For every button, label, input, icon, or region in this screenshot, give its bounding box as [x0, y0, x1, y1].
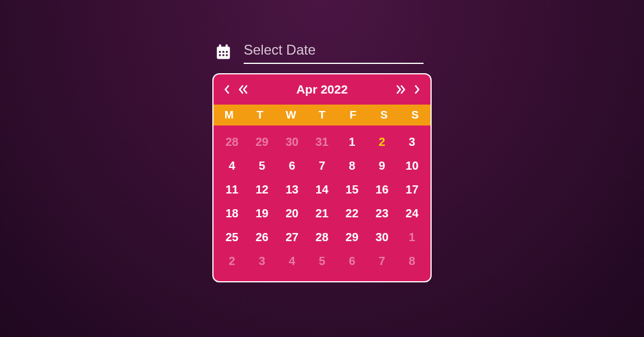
svg-rect-3: [219, 51, 221, 53]
day-cell[interactable]: 28: [307, 225, 337, 249]
day-cell[interactable]: 6: [277, 154, 307, 178]
weekday-header: T: [244, 105, 275, 126]
svg-rect-1: [219, 45, 222, 48]
day-cell[interactable]: 7: [367, 249, 397, 273]
weekday-header: S: [368, 105, 399, 126]
day-cell[interactable]: 28: [217, 130, 247, 154]
prev-year-button[interactable]: [237, 85, 249, 94]
weekday-header: T: [306, 105, 337, 126]
svg-rect-5: [226, 51, 227, 53]
day-cell[interactable]: 31: [307, 130, 337, 154]
date-input[interactable]: [244, 40, 424, 64]
day-cell[interactable]: 19: [247, 202, 277, 225]
day-cell[interactable]: 18: [217, 202, 247, 225]
chevron-right-icon: [414, 85, 420, 94]
chevron-left-icon: [224, 85, 230, 94]
prev-month-button[interactable]: [224, 85, 230, 94]
day-cell[interactable]: 8: [397, 249, 427, 273]
date-input-row: [212, 40, 424, 64]
day-cell[interactable]: 16: [367, 178, 397, 202]
weekday-header: M: [214, 105, 244, 126]
day-cell[interactable]: 24: [397, 202, 427, 225]
weekday-row: MTWTFSS: [214, 105, 430, 126]
day-cell[interactable]: 5: [247, 154, 277, 178]
day-cell[interactable]: 26: [247, 225, 277, 249]
day-cell[interactable]: 30: [277, 130, 307, 154]
day-cell[interactable]: 3: [397, 130, 427, 154]
day-cell[interactable]: 6: [337, 249, 367, 273]
day-cell[interactable]: 7: [307, 154, 337, 178]
day-cell[interactable]: 10: [397, 154, 427, 178]
weekday-header: F: [338, 105, 368, 126]
day-cell[interactable]: 23: [367, 202, 397, 225]
day-cell[interactable]: 1: [397, 225, 427, 249]
weekday-header: S: [400, 105, 430, 126]
day-cell[interactable]: 13: [277, 178, 307, 202]
day-cell[interactable]: 2: [217, 249, 247, 273]
calendar-panel: Apr 2022 MTWTFSS 28293031123456789101112…: [212, 73, 432, 282]
day-cell[interactable]: 15: [337, 178, 367, 202]
day-cell[interactable]: 5: [307, 249, 337, 273]
day-cell[interactable]: 30: [367, 225, 397, 249]
day-cell[interactable]: 25: [217, 225, 247, 249]
next-month-button[interactable]: [414, 85, 420, 94]
double-chevron-right-icon: [395, 85, 407, 94]
day-cell[interactable]: 4: [217, 154, 247, 178]
day-cell[interactable]: 20: [277, 202, 307, 225]
day-cell[interactable]: 29: [337, 225, 367, 249]
svg-rect-8: [226, 54, 227, 56]
month-year-label[interactable]: Apr 2022: [296, 83, 348, 96]
svg-rect-4: [222, 51, 224, 53]
calendar-header: Apr 2022: [214, 74, 430, 105]
svg-rect-2: [226, 45, 228, 48]
next-year-button[interactable]: [395, 85, 407, 94]
day-cell[interactable]: 22: [337, 202, 367, 225]
day-cell[interactable]: 9: [367, 154, 397, 178]
day-cell[interactable]: 8: [337, 154, 367, 178]
day-cell[interactable]: 21: [307, 202, 337, 225]
day-cell[interactable]: 27: [277, 225, 307, 249]
day-cell[interactable]: 29: [247, 130, 277, 154]
weekday-header: W: [276, 105, 306, 126]
calendar-icon: [215, 43, 232, 60]
day-cell[interactable]: 1: [337, 130, 367, 154]
day-cell[interactable]: 11: [217, 178, 247, 202]
datepicker: Apr 2022 MTWTFSS 28293031123456789101112…: [212, 40, 432, 282]
nav-prev-group: [224, 85, 249, 94]
days-grid: 2829303112345678910111213141516171819202…: [214, 126, 430, 281]
day-cell[interactable]: 2: [367, 130, 397, 154]
day-cell[interactable]: 3: [247, 249, 277, 273]
day-cell[interactable]: 12: [247, 178, 277, 202]
day-cell[interactable]: 17: [397, 178, 427, 202]
nav-next-group: [395, 85, 420, 94]
day-cell[interactable]: 14: [307, 178, 337, 202]
svg-rect-6: [219, 54, 221, 56]
day-cell[interactable]: 4: [277, 249, 307, 273]
double-chevron-left-icon: [237, 85, 249, 94]
svg-rect-7: [222, 54, 224, 56]
